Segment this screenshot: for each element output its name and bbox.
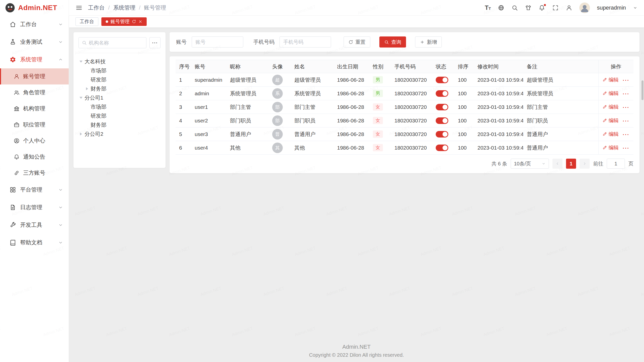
app-logo[interactable]: Admin.NET (0, 0, 69, 16)
status-toggle[interactable] (436, 77, 448, 83)
table-row: 5user3普通用户普普通用户1986-06-28女18020030720100… (176, 127, 633, 141)
sidebar-subitem-notice[interactable]: 通知公告 (0, 149, 69, 165)
more-actions-button[interactable]: ··· (623, 91, 629, 97)
font-size-icon[interactable]: TT (485, 4, 491, 11)
chevron-down-icon[interactable] (633, 6, 637, 10)
user-outline-icon[interactable] (566, 5, 572, 11)
sidebar-subitem-personal-center[interactable]: 个人中心 (0, 133, 69, 149)
sidebar-item-help-docs[interactable]: 帮助文档 (0, 234, 69, 251)
refresh-icon[interactable] (132, 19, 136, 24)
header-actions: TT superadmin (485, 3, 637, 13)
edit-button[interactable]: 编辑 (602, 131, 619, 138)
tree-node[interactable]: 财务部 (78, 84, 160, 93)
query-button[interactable]: 查询 (379, 36, 406, 48)
edit-button[interactable]: 编辑 (602, 90, 619, 97)
sidebar-subitem-position-management[interactable]: 职位管理 (0, 117, 69, 133)
tree-caret-icon[interactable] (80, 132, 82, 135)
sidebar-subitem-label: 通知公告 (23, 153, 45, 161)
page-size-select[interactable]: 10条/页 (511, 159, 549, 169)
cell-remark: 部门职员 (523, 114, 598, 127)
edit-button[interactable]: 编辑 (602, 144, 619, 151)
status-toggle[interactable] (436, 117, 448, 124)
org-more-button[interactable]: ··· (149, 37, 160, 48)
edit-button[interactable]: 编辑 (602, 76, 619, 83)
org-search-box[interactable] (78, 37, 146, 48)
cell-remark: 超级管理员 (523, 73, 598, 87)
table-row: 6user4其他其其他1986-06-28女180200307201002023… (176, 141, 633, 155)
goto-label: 前往 (593, 160, 603, 167)
status-toggle[interactable] (436, 104, 448, 110)
tree-node[interactable]: 市场部 (78, 66, 160, 75)
edit-button[interactable]: 编辑 (602, 104, 619, 110)
more-actions-button[interactable]: ··· (623, 104, 629, 110)
edit-button[interactable]: 编辑 (602, 117, 619, 124)
row-avatar: 超 (272, 75, 283, 85)
cell-operations: 编辑··· (598, 141, 633, 155)
sidebar-item-log-management[interactable]: 日志管理 (0, 199, 69, 216)
tree-node[interactable]: 大名科技 (78, 57, 160, 66)
close-icon[interactable] (138, 20, 142, 24)
chevron-down-icon (58, 39, 63, 44)
sidebar-item-workbench[interactable]: 工作台 (0, 16, 69, 33)
goto-page-input[interactable] (607, 159, 625, 169)
cell-status (432, 87, 454, 100)
more-actions-button[interactable]: ··· (623, 145, 629, 151)
notification-icon[interactable] (539, 5, 545, 11)
sidebar-subitem-role-management[interactable]: 角色管理 (0, 84, 69, 101)
chevron-down-icon (542, 162, 546, 166)
phone-input[interactable] (279, 36, 331, 48)
breadcrumb-item-workbench[interactable]: 工作台 (88, 4, 105, 12)
tree-caret-icon[interactable] (86, 87, 88, 90)
sidebar-item-platform-management[interactable]: 平台管理 (0, 181, 69, 199)
pagination: 共 6 条 10条/页 1 前往 页 (176, 159, 633, 169)
next-page-button[interactable] (580, 159, 590, 169)
fullscreen-icon[interactable] (552, 5, 559, 11)
org-search-row: ··· (78, 37, 160, 53)
more-actions-button[interactable]: ··· (623, 77, 629, 83)
tree-node-label: 分公司1 (85, 94, 103, 101)
tab-workbench[interactable]: 工作台 (75, 17, 98, 26)
page-number-1[interactable]: 1 (566, 159, 576, 169)
table-row: 3user1部门主管部部门主管1986-06-28女18020030720100… (176, 100, 633, 114)
sidebar-subitem-label: 个人中心 (23, 137, 45, 145)
tree-node[interactable]: 研发部 (78, 75, 160, 84)
tab-account-management[interactable]: 账号管理 (101, 17, 147, 26)
status-toggle[interactable] (436, 131, 448, 138)
status-toggle[interactable] (436, 90, 448, 97)
sidebar-item-system-management[interactable]: 系统管理 (0, 51, 69, 68)
reset-button[interactable]: 重置 (344, 36, 370, 48)
prev-page-button[interactable] (552, 159, 562, 169)
tree-node[interactable]: 市场部 (78, 102, 160, 111)
username[interactable]: superadmin (597, 5, 626, 11)
sidebar-subitem-third-party-account[interactable]: 三方账号 (0, 165, 69, 181)
breadcrumb-item-system[interactable]: 系统管理 (113, 4, 135, 12)
more-actions-button[interactable]: ··· (623, 118, 629, 124)
scrollbar-thumb[interactable] (641, 80, 643, 100)
add-button[interactable]: 新增 (415, 36, 442, 48)
account-input[interactable] (192, 36, 243, 48)
tree-node[interactable]: 研发部 (78, 111, 160, 120)
cell-nickname: 部门主管 (226, 100, 269, 114)
sidebar-item-business-test[interactable]: 业务测试 (0, 33, 69, 51)
status-toggle[interactable] (436, 145, 448, 151)
sidebar-subitem-org-management[interactable]: 机构管理 (0, 101, 69, 117)
tree-caret-icon[interactable] (79, 61, 83, 63)
tools-icon (10, 222, 16, 228)
globe-icon[interactable] (498, 5, 504, 11)
sidebar-item-dev-tools[interactable]: 开发工具 (0, 216, 69, 234)
tree-caret-spacer (86, 69, 88, 72)
theme-icon[interactable] (525, 5, 532, 11)
sidebar-subitem-account-management[interactable]: 账号管理 (0, 68, 69, 84)
user-avatar[interactable] (579, 3, 590, 13)
table-row: 4user2部门职员部部门职员1986-06-28女18020030720100… (176, 114, 633, 127)
search-icon[interactable] (511, 5, 518, 11)
org-search-input[interactable] (89, 40, 143, 46)
menu-collapse-icon[interactable] (75, 4, 83, 11)
tree-node[interactable]: 分公司2 (78, 129, 160, 139)
tree-node[interactable]: 分公司1 (78, 93, 160, 102)
cell-name: 超级管理员 (291, 73, 334, 87)
more-actions-button[interactable]: ··· (623, 131, 629, 137)
tree-caret-icon[interactable] (79, 97, 83, 99)
tree-node[interactable]: 财务部 (78, 120, 160, 129)
chevron-left-icon (555, 161, 560, 166)
